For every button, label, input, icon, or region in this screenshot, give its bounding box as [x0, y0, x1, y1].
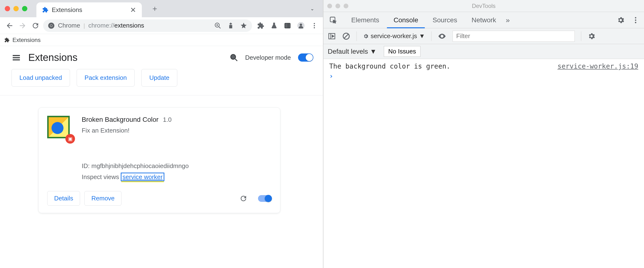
extension-icon: ▣ — [47, 116, 74, 142]
tab-title: Extensions — [52, 6, 82, 14]
new-tab-button[interactable]: ＋ — [150, 4, 160, 14]
bookmark-bar: Extensions — [0, 34, 323, 46]
developer-mode-toggle[interactable] — [298, 54, 314, 62]
extension-id: mgfbhjnibhjdehcphiocaoiediidmngo — [91, 162, 188, 169]
chrome-menu-icon[interactable] — [310, 22, 319, 29]
svg-rect-14 — [13, 55, 20, 56]
maximize-window-button[interactable] — [344, 4, 348, 9]
tab-elements[interactable]: Elements — [344, 12, 386, 28]
load-unpacked-button[interactable]: Load unpacked — [12, 69, 70, 87]
console-prompt[interactable]: › — [324, 71, 644, 81]
reload-button[interactable] — [30, 20, 41, 31]
browser-tab-extensions[interactable]: Extensions ✕ — [36, 3, 142, 17]
page-title: Extensions — [28, 52, 78, 63]
svg-line-18 — [235, 59, 238, 61]
pack-extension-button[interactable]: Pack extension — [77, 69, 135, 87]
minimize-window-button[interactable] — [14, 6, 19, 11]
log-levels-selector[interactable]: Default levels ▼ — [328, 48, 376, 55]
svg-point-11 — [314, 23, 315, 24]
extension-card: ▣ Broken Background Color 1.0 Fix an Ext… — [38, 107, 280, 213]
console-body: The background color is green. service-w… — [324, 59, 644, 268]
console-filter-input[interactable] — [452, 31, 575, 42]
svg-point-12 — [314, 25, 315, 26]
remove-button[interactable]: Remove — [84, 191, 122, 206]
devtools-menu-icon[interactable] — [632, 16, 640, 24]
update-button[interactable]: Update — [141, 69, 177, 87]
maximize-window-button[interactable] — [22, 6, 27, 11]
nav-toolbar: Chrome | chrome://extensions — [0, 17, 323, 34]
toggle-sidebar-icon[interactable] — [328, 32, 336, 40]
console-subtoolbar: Default levels ▼ No Issues — [324, 44, 644, 59]
svg-point-2 — [50, 25, 52, 26]
issues-button[interactable]: No Issues — [384, 46, 421, 57]
tab-network[interactable]: Network — [465, 12, 503, 28]
close-window-button[interactable] — [327, 4, 332, 9]
extension-version: 1.0 — [163, 116, 172, 123]
chrome-window: Extensions ✕ ＋ ⌄ Chrome | chrome://exten… — [0, 0, 324, 268]
svg-line-4 — [219, 26, 221, 28]
back-button[interactable] — [4, 20, 15, 31]
omnibox-url-scheme: chrome:// — [88, 22, 114, 29]
toolbar-icons — [256, 22, 319, 29]
tab-console[interactable]: Console — [387, 12, 425, 28]
bookmark-star-icon[interactable] — [240, 22, 247, 29]
chevron-down-icon: ▼ — [370, 48, 376, 55]
reload-extension-icon[interactable] — [239, 194, 248, 202]
live-expression-eye-icon[interactable] — [438, 32, 446, 41]
gear-icon — [363, 33, 369, 39]
service-worker-link[interactable]: service worker — [121, 173, 164, 181]
forward-button[interactable] — [17, 20, 28, 31]
zoom-icon[interactable] — [214, 22, 222, 29]
svg-point-20 — [635, 17, 636, 19]
console-settings-icon[interactable] — [588, 32, 596, 40]
search-icon[interactable] — [230, 54, 238, 62]
action-row: Load unpacked Pack extension Update — [0, 69, 323, 95]
card-footer: Details Remove — [47, 191, 272, 206]
menu-hamburger-icon[interactable] — [12, 53, 21, 62]
svg-rect-7 — [285, 23, 290, 28]
omnibox-actions — [214, 22, 247, 29]
clear-console-icon[interactable] — [342, 32, 350, 40]
devtools-tabs: Elements Console Sources Network » — [324, 12, 644, 28]
context-selector[interactable]: service-worker.js ▼ — [363, 32, 425, 40]
svg-line-27 — [344, 34, 348, 38]
omnibox-protocol: Chrome — [58, 22, 80, 29]
bookmark-extensions[interactable]: Extensions — [12, 37, 40, 43]
side-panel-icon[interactable] — [283, 22, 292, 29]
tab-sources[interactable]: Sources — [426, 12, 464, 28]
extensions-puzzle-icon[interactable] — [256, 22, 265, 29]
titlebar: Extensions ✕ ＋ ⌄ — [0, 0, 323, 17]
unpacked-badge-icon: ▣ — [66, 134, 75, 144]
devtools-window-title: DevTools — [472, 3, 496, 9]
profile-avatar-icon[interactable] — [296, 22, 305, 29]
svg-point-22 — [635, 22, 636, 23]
console-source-link[interactable]: service-worker.js:19 — [558, 62, 638, 70]
context-label: service-worker.js — [371, 32, 417, 40]
extension-description: Fix an Extension! — [82, 127, 272, 134]
minimize-window-button[interactable] — [336, 4, 340, 9]
share-icon[interactable] — [227, 22, 234, 29]
inspect-element-icon[interactable] — [328, 15, 339, 26]
devtools-settings-icon[interactable] — [617, 16, 625, 24]
card-area: ▣ Broken Background Color 1.0 Fix an Ext… — [0, 95, 323, 213]
svg-point-21 — [635, 20, 636, 21]
chrome-icon — [48, 22, 54, 29]
extension-id-label: ID: — [82, 162, 90, 169]
developer-mode-label: Developer mode — [245, 54, 291, 61]
svg-rect-16 — [13, 60, 20, 61]
details-button[interactable]: Details — [47, 191, 80, 206]
devtools-window: DevTools Elements Console Sources Networ… — [324, 0, 644, 268]
labs-flask-icon[interactable] — [270, 22, 278, 29]
close-window-button[interactable] — [5, 6, 10, 11]
svg-point-13 — [314, 27, 315, 28]
console-toolbar: service-worker.js ▼ — [324, 28, 644, 44]
svg-point-10 — [300, 24, 302, 26]
omnibox[interactable]: Chrome | chrome://extensions — [43, 20, 252, 32]
svg-marker-25 — [332, 35, 334, 37]
tab-close-icon[interactable]: ✕ — [130, 6, 136, 14]
svg-rect-15 — [13, 57, 20, 59]
svg-point-17 — [231, 54, 236, 59]
tab-list-chevron-icon[interactable]: ⌄ — [306, 6, 318, 12]
more-tabs-icon[interactable]: » — [506, 16, 510, 24]
extension-enable-toggle[interactable] — [258, 195, 272, 202]
